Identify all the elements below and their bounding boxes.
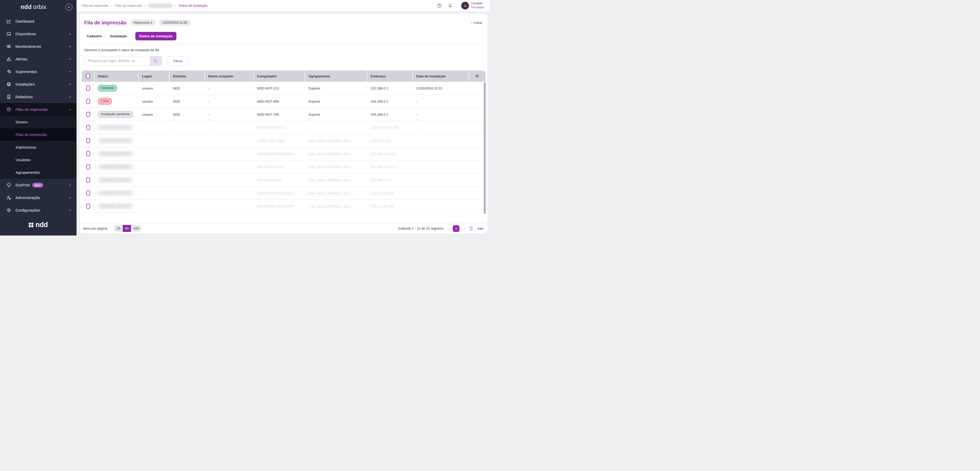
column-header-checkbox[interactable] (82, 70, 94, 82)
sidebar-item-dispositivos[interactable]: Dispositivos (0, 27, 76, 40)
sidebar-item-configuracoes[interactable]: Configurações (0, 204, 76, 215)
column-header-endereço[interactable]: Endereço (367, 70, 413, 82)
column-header-logon[interactable]: Logon (139, 70, 170, 82)
chevron-down-icon (68, 45, 72, 48)
refresh-icon[interactable] (469, 226, 474, 231)
breadcrumb-item-3[interactable]: Status de instalação (178, 4, 207, 8)
back-button[interactable]: ‹ Voltar (471, 21, 482, 25)
cell-value: NOT-SEM-SILVER (257, 165, 285, 169)
page-size-100[interactable]: 100 (131, 225, 141, 232)
chart-icon (6, 19, 11, 24)
sidebar-item-alertas[interactable]: Alertas (0, 53, 76, 65)
status-badge: Instalação pendente (98, 111, 133, 118)
sidebar-subitem-0[interactable]: Drivers (0, 116, 76, 128)
column-header-domínio[interactable]: Domínio (170, 70, 205, 82)
column-header-computador[interactable]: Computador (254, 70, 305, 82)
row-checkbox[interactable] (86, 99, 90, 104)
tab-1[interactable]: Instalação (110, 34, 127, 38)
sort-icon[interactable] (154, 75, 157, 78)
row-checkbox[interactable] (86, 177, 90, 182)
cell-value: usuario (142, 99, 153, 103)
breadcrumb-item-redacted[interactable] (148, 4, 172, 8)
sort-icon[interactable] (447, 75, 450, 78)
sidebar-item-filas-de-impressao[interactable]: Filas de impressão (0, 103, 76, 116)
page-size-50[interactable]: 50 (123, 225, 131, 232)
cell-computador: ULTRA-NOT-1904 (254, 139, 305, 143)
breadcrumb-item-1[interactable]: Filas de impressão (115, 4, 142, 8)
column-settings-icon[interactable] (475, 74, 479, 78)
cell-agrupamento: New_group_WinUsers_grou... (305, 191, 367, 195)
row-checkbox[interactable] (86, 164, 90, 169)
user-role-link[interactable]: Provedor (471, 6, 484, 10)
row-checkbox[interactable] (86, 190, 90, 196)
sidebar-item-instalacoes[interactable]: Instalações (0, 78, 76, 91)
sidebar-subitem-2[interactable]: Impressoras (0, 141, 76, 153)
status-badge: Instalação pendente (98, 203, 133, 209)
table-row: Instalação pendente---DESKTOP-PROTOCOL9N… (82, 147, 485, 160)
sort-icon[interactable] (235, 75, 238, 78)
row-checkbox[interactable] (86, 86, 90, 91)
row-checkbox-cell (82, 138, 94, 143)
column-header-status[interactable]: Status (94, 70, 139, 82)
sort-icon[interactable] (278, 75, 282, 78)
sidebar-item-suprimentos[interactable]: Suprimentos (0, 65, 76, 78)
column-header-settings[interactable] (469, 70, 485, 82)
supplies-icon (6, 69, 11, 74)
status-cell: Instalada (94, 85, 139, 91)
cell-value: 192.168.0.1 (371, 113, 388, 117)
sidebar: nddorbix « DashboardDispositivosMonitora… (0, 0, 76, 235)
cell-nome_completo: - (205, 152, 254, 156)
prev-page-button[interactable]: ‹ (447, 226, 449, 231)
cell-computador: DESKTOP-PROTOCOL9 (254, 152, 305, 156)
row-checkbox[interactable] (86, 125, 90, 130)
sidebar-item-relatorios[interactable]: Relatórios (0, 91, 76, 103)
sidebar-subitem-3[interactable]: Usuários (0, 153, 76, 166)
sidebar-collapse-icon[interactable]: « (65, 3, 72, 11)
filters-button[interactable]: Filtros (167, 56, 189, 66)
tab-0[interactable]: Cadastro (87, 34, 102, 38)
column-header-data-de-instalação[interactable]: Data de instalação (413, 70, 469, 82)
select-all-checkbox[interactable] (86, 73, 90, 79)
breadcrumb-item-0[interactable]: Filas de impressão (82, 4, 109, 8)
table-row: Instalação pendente---ULTRA-NOT-1904New_… (82, 134, 485, 147)
page-size-25[interactable]: 25 (114, 225, 123, 232)
cell-logon: - (139, 178, 170, 182)
cell-value: NDD-NOT-456 (257, 99, 279, 103)
sort-icon[interactable] (188, 75, 191, 78)
row-checkbox[interactable] (86, 138, 90, 143)
sidebar-item-monitoramento[interactable]: Monitoramento (0, 40, 76, 53)
help-icon[interactable] (437, 3, 442, 8)
content: Fila de impressão Impressora 121/03/2024… (76, 11, 490, 235)
cell-value: NOTEBOOK-TEST-WPS (257, 204, 294, 208)
column-header-agrupamento[interactable]: Agrupamento (305, 70, 367, 82)
column-header-nome-completo[interactable]: Nome completo (205, 70, 254, 82)
status-badge: Instalação pendente (98, 124, 133, 131)
tab-2[interactable]: Status de instalação (135, 32, 177, 40)
sidebar-item-ecoprint[interactable]: EcoPrintNew (0, 179, 76, 191)
cell-nome_completo: - (205, 126, 254, 129)
title-chip-0: Impressora 1 (130, 19, 156, 26)
status-cell: Instalação pendente (94, 137, 139, 144)
search-input[interactable] (84, 56, 150, 65)
search-icon[interactable] (150, 56, 162, 65)
csv-export-button[interactable]: csv (477, 227, 483, 230)
sidebar-subitem-1[interactable]: Filas de impressão (0, 128, 76, 141)
row-checkbox[interactable] (86, 112, 90, 117)
next-page-button[interactable]: › (463, 226, 465, 231)
vertical-scrollbar[interactable] (484, 82, 486, 214)
current-page-button[interactable]: 1 (453, 225, 460, 232)
print-queue-card: Fila de impressão Impressora 121/03/2024… (80, 14, 487, 233)
sort-icon[interactable] (110, 75, 113, 78)
sort-icon[interactable] (388, 75, 390, 78)
sidebar-item-dashboard[interactable]: Dashboard (0, 15, 76, 27)
sidebar-subitem-4[interactable]: Agrupamentos (0, 166, 76, 179)
cell-endereco: 192.168.07.48.184 (367, 126, 413, 129)
row-checkbox[interactable] (86, 204, 90, 209)
status-badge: Instalação pendente (98, 163, 133, 170)
app-root: nddorbix « DashboardDispositivosMonitora… (0, 0, 490, 235)
bell-icon[interactable] (448, 3, 453, 8)
avatar[interactable]: U (461, 2, 469, 10)
sidebar-item-administracao[interactable]: Administração (0, 191, 76, 204)
cell-data_instalacao: - (413, 139, 469, 143)
row-checkbox[interactable] (86, 151, 90, 156)
